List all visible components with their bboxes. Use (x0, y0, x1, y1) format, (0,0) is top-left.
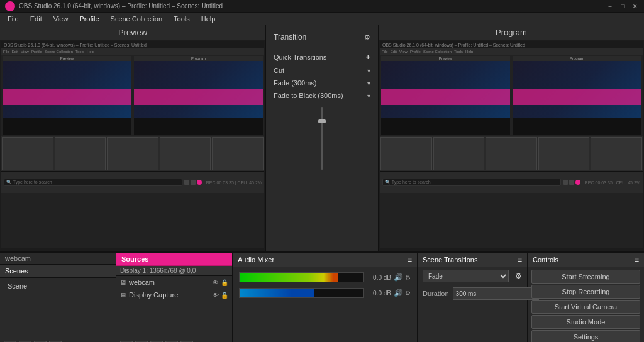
transition-header: Transition ⚙ (266, 30, 378, 44)
duration-row: Duration ▲ ▼ (418, 285, 527, 302)
sources-footer: + − ⚙ ∧ ∨ (116, 338, 232, 342)
audio-controls-2: 🔊 ⚙ (394, 289, 411, 297)
quick-transitions-label: Quick Transitions (274, 53, 365, 61)
display-capture-source-icon: 🖥 (120, 292, 126, 299)
nested-titlebar-preview: OBS Studio 26.1.0 (64-bit, windows) – Pr… (1, 41, 264, 48)
start-virtual-camera-btn[interactable]: Start Virtual Camera (531, 300, 640, 314)
scenes-footer: + − ∧ ∨ (0, 338, 116, 342)
transition-slider-thumb[interactable] (318, 119, 326, 123)
maximize-btn[interactable]: □ (619, 3, 626, 10)
minimize-btn[interactable]: – (606, 3, 614, 10)
menu-scene-collection[interactable]: Scene Collection (106, 14, 168, 24)
display-capture-label: Display Capture (129, 291, 210, 299)
source-display-capture[interactable]: 🖥 Display Capture 👁 🔒 (116, 289, 232, 301)
audio-meter-2 (239, 288, 364, 298)
menu-view[interactable]: View (48, 14, 74, 24)
preview-label: Preview (0, 25, 265, 40)
cut-row[interactable]: Cut ▾ (266, 64, 378, 77)
audio-mixer: Audio Mixer ≡ 0.0 dB 🔊 ⚙ 0.0 dB (233, 253, 418, 342)
transition-divider-1 (274, 47, 370, 47)
menu-file[interactable]: File (3, 14, 24, 24)
webcam-source-label: webcam (129, 279, 210, 286)
duration-input[interactable] (453, 287, 539, 300)
transition-slider-wrap (266, 102, 378, 175)
window-controls: – □ ✕ (606, 3, 639, 10)
scenes-content: Scene (0, 278, 116, 338)
audio-mute-btn-2[interactable]: 🔊 (394, 289, 403, 297)
transition-gear-icon[interactable]: ⚙ (364, 33, 370, 41)
scene-transitions-header: Scene Transitions ≡ (418, 253, 527, 267)
titlebar: OBS Studio 26.1.0 (64-bit, windows) – Pr… (0, 0, 644, 13)
audio-gear-btn-1[interactable]: ⚙ (405, 274, 411, 281)
audio-db-2: 0.0 dB (366, 290, 391, 297)
webcam-lock-icon[interactable]: 🔒 (221, 279, 228, 286)
audio-mute-btn-1[interactable]: 🔊 (394, 273, 403, 282)
cut-label: Cut (274, 67, 367, 74)
audio-meter-1 (239, 272, 364, 282)
quick-transitions-plus-icon[interactable]: + (365, 52, 370, 62)
scenes-title: Scenes (5, 267, 28, 275)
nested-obs-preview: OBS Studio 26.1.0 (64-bit, windows) – Pr… (1, 41, 264, 248)
audio-db-1: 0.0 dB (366, 274, 391, 281)
cut-chevron-icon: ▾ (367, 67, 370, 74)
webcam-eye-icon[interactable]: 👁 (213, 279, 219, 286)
webcam-label: webcam (0, 253, 116, 265)
display-capture-controls: 👁 🔒 (213, 292, 228, 299)
fade-row[interactable]: Fade (300ms) ▾ (266, 77, 378, 89)
scene-transitions-settings-icon[interactable]: ≡ (518, 255, 522, 264)
scene-item[interactable]: Scene (5, 280, 111, 292)
nested-program-program: Program (513, 56, 641, 135)
webcam-source-controls: 👁 🔒 (213, 279, 228, 286)
preview-pane: Preview OBS Studio 26.1.0 (64-bit, windo… (0, 25, 265, 251)
transition-type-row: Fade Cut ⚙ (418, 267, 527, 285)
title-text: OBS Studio 26.1.0 (64-bit, windows) – Pr… (19, 3, 606, 9)
audio-tracks: 0.0 dB 🔊 ⚙ 0.0 dB 🔊 ⚙ (233, 267, 417, 342)
audio-gear-btn-2[interactable]: ⚙ (405, 290, 411, 297)
nested-titlebar-program: OBS Studio 26.1.0 (64-bit, windows) – Pr… (380, 41, 643, 48)
quick-transitions-row[interactable]: Quick Transitions + (266, 50, 378, 64)
webcam-source-icon: 🖥 (120, 279, 126, 286)
source-webcam[interactable]: 🖥 webcam 👁 🔒 (116, 276, 232, 289)
transition-type-settings-icon[interactable]: ⚙ (515, 272, 522, 280)
fade-label: Fade (300ms) (274, 79, 367, 87)
transition-panel: Transition ⚙ Quick Transitions + Cut ▾ F… (265, 25, 379, 251)
preview-content: OBS Studio 26.1.0 (64-bit, windows) – Pr… (1, 41, 264, 248)
display-capture-eye-icon[interactable]: 👁 (213, 292, 219, 299)
audio-mixer-title: Audio Mixer (238, 256, 274, 263)
main-area: Preview OBS Studio 26.1.0 (64-bit, windo… (0, 25, 644, 251)
nested-preview-program: Preview (381, 56, 510, 135)
nested-preview-inner: Preview (3, 56, 131, 135)
menu-tools[interactable]: Tools (169, 14, 195, 24)
scene-transitions-panel: Scene Transitions ≡ Fade Cut ⚙ Duration … (418, 253, 528, 342)
menu-profile[interactable]: Profile (74, 14, 104, 24)
close-btn[interactable]: ✕ (631, 3, 639, 10)
transition-type-select[interactable]: Fade Cut (423, 270, 509, 282)
fade-to-black-chevron-icon: ▾ (367, 92, 370, 99)
audio-track-1: 0.0 dB 🔊 ⚙ (235, 270, 414, 285)
controls-panel: Controls ≡ Start Streaming Stop Recordin… (528, 253, 644, 342)
display-capture-lock-icon[interactable]: 🔒 (221, 292, 228, 299)
transition-slider-track[interactable] (321, 107, 323, 170)
controls-title: Controls (533, 256, 558, 263)
studio-mode-btn[interactable]: Studio Mode (531, 315, 640, 329)
audio-mixer-settings-icon[interactable]: ≡ (408, 255, 412, 264)
nested-obs-program: OBS Studio 26.1.0 (64-bit, windows) – Pr… (380, 41, 643, 248)
audio-meter-fill-2 (240, 289, 314, 297)
transition-title: Transition (274, 33, 306, 41)
menu-help[interactable]: Help (196, 14, 221, 24)
fade-to-black-row[interactable]: Fade to Black (300ms) ▾ (266, 89, 378, 102)
scene-transitions-title: Scene Transitions (423, 256, 477, 263)
stop-recording-btn[interactable]: Stop Recording (531, 285, 640, 299)
program-content: OBS Studio 26.1.0 (64-bit, windows) – Pr… (380, 41, 643, 248)
start-streaming-btn[interactable]: Start Streaming (531, 270, 640, 284)
settings-btn[interactable]: Settings (531, 330, 640, 342)
nested-menubar-preview: FileEditViewProfileScene CollectionTools… (1, 48, 264, 55)
controls-settings-icon[interactable]: ≡ (635, 255, 639, 264)
fade-to-black-label: Fade to Black (300ms) (274, 92, 367, 99)
menubar: File Edit View Profile Scene Collection … (0, 13, 644, 25)
audio-meter-fill-1 (240, 273, 338, 282)
app-icon (5, 1, 15, 11)
menu-edit[interactable]: Edit (25, 14, 47, 24)
controls-header: Controls ≡ (528, 253, 644, 267)
audio-track-2: 0.0 dB 🔊 ⚙ (235, 285, 414, 301)
